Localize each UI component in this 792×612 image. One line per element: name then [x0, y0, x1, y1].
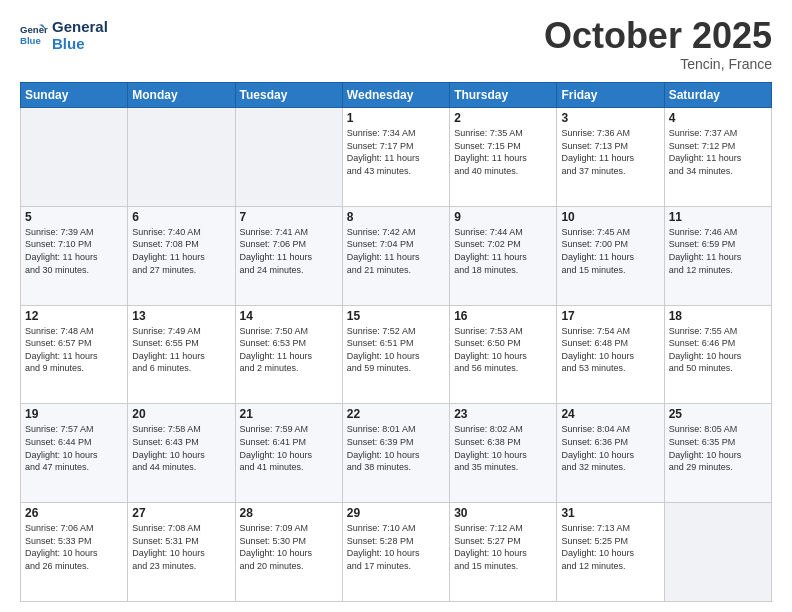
- month-title: October 2025: [544, 18, 772, 54]
- day-number: 30: [454, 506, 552, 520]
- table-cell: [21, 108, 128, 207]
- logo-blue: Blue: [52, 35, 108, 52]
- day-info: Sunrise: 7:41 AM Sunset: 7:06 PM Dayligh…: [240, 226, 338, 276]
- day-info: Sunrise: 7:46 AM Sunset: 6:59 PM Dayligh…: [669, 226, 767, 276]
- header-friday: Friday: [557, 83, 664, 108]
- table-cell: 30Sunrise: 7:12 AM Sunset: 5:27 PM Dayli…: [450, 503, 557, 602]
- day-info: Sunrise: 7:10 AM Sunset: 5:28 PM Dayligh…: [347, 522, 445, 572]
- day-info: Sunrise: 7:42 AM Sunset: 7:04 PM Dayligh…: [347, 226, 445, 276]
- day-info: Sunrise: 7:48 AM Sunset: 6:57 PM Dayligh…: [25, 325, 123, 375]
- table-cell: 15Sunrise: 7:52 AM Sunset: 6:51 PM Dayli…: [342, 305, 449, 404]
- table-cell: 21Sunrise: 7:59 AM Sunset: 6:41 PM Dayli…: [235, 404, 342, 503]
- svg-text:Blue: Blue: [20, 35, 41, 46]
- table-cell: 29Sunrise: 7:10 AM Sunset: 5:28 PM Dayli…: [342, 503, 449, 602]
- day-info: Sunrise: 7:08 AM Sunset: 5:31 PM Dayligh…: [132, 522, 230, 572]
- day-number: 24: [561, 407, 659, 421]
- day-number: 10: [561, 210, 659, 224]
- day-number: 1: [347, 111, 445, 125]
- day-info: Sunrise: 8:01 AM Sunset: 6:39 PM Dayligh…: [347, 423, 445, 473]
- day-number: 11: [669, 210, 767, 224]
- week-row-2: 12Sunrise: 7:48 AM Sunset: 6:57 PM Dayli…: [21, 305, 772, 404]
- table-cell: 19Sunrise: 7:57 AM Sunset: 6:44 PM Dayli…: [21, 404, 128, 503]
- table-cell: [235, 108, 342, 207]
- day-number: 28: [240, 506, 338, 520]
- day-number: 9: [454, 210, 552, 224]
- day-number: 8: [347, 210, 445, 224]
- table-cell: [664, 503, 771, 602]
- logo: General Blue General Blue: [20, 18, 108, 53]
- header-monday: Monday: [128, 83, 235, 108]
- day-info: Sunrise: 7:58 AM Sunset: 6:43 PM Dayligh…: [132, 423, 230, 473]
- table-cell: 10Sunrise: 7:45 AM Sunset: 7:00 PM Dayli…: [557, 206, 664, 305]
- day-number: 27: [132, 506, 230, 520]
- table-cell: 28Sunrise: 7:09 AM Sunset: 5:30 PM Dayli…: [235, 503, 342, 602]
- table-cell: 16Sunrise: 7:53 AM Sunset: 6:50 PM Dayli…: [450, 305, 557, 404]
- table-cell: 9Sunrise: 7:44 AM Sunset: 7:02 PM Daylig…: [450, 206, 557, 305]
- day-info: Sunrise: 8:04 AM Sunset: 6:36 PM Dayligh…: [561, 423, 659, 473]
- day-number: 6: [132, 210, 230, 224]
- header-wednesday: Wednesday: [342, 83, 449, 108]
- table-cell: 25Sunrise: 8:05 AM Sunset: 6:35 PM Dayli…: [664, 404, 771, 503]
- table-cell: [128, 108, 235, 207]
- page: General Blue General Blue October 2025 T…: [0, 0, 792, 612]
- table-cell: 13Sunrise: 7:49 AM Sunset: 6:55 PM Dayli…: [128, 305, 235, 404]
- day-info: Sunrise: 8:05 AM Sunset: 6:35 PM Dayligh…: [669, 423, 767, 473]
- day-number: 19: [25, 407, 123, 421]
- day-info: Sunrise: 7:52 AM Sunset: 6:51 PM Dayligh…: [347, 325, 445, 375]
- day-number: 3: [561, 111, 659, 125]
- day-info: Sunrise: 7:45 AM Sunset: 7:00 PM Dayligh…: [561, 226, 659, 276]
- day-number: 16: [454, 309, 552, 323]
- table-cell: 8Sunrise: 7:42 AM Sunset: 7:04 PM Daylig…: [342, 206, 449, 305]
- day-info: Sunrise: 7:55 AM Sunset: 6:46 PM Dayligh…: [669, 325, 767, 375]
- day-info: Sunrise: 7:50 AM Sunset: 6:53 PM Dayligh…: [240, 325, 338, 375]
- day-number: 15: [347, 309, 445, 323]
- day-info: Sunrise: 8:02 AM Sunset: 6:38 PM Dayligh…: [454, 423, 552, 473]
- day-number: 14: [240, 309, 338, 323]
- day-info: Sunrise: 7:40 AM Sunset: 7:08 PM Dayligh…: [132, 226, 230, 276]
- location: Tencin, France: [544, 56, 772, 72]
- header-sunday: Sunday: [21, 83, 128, 108]
- day-number: 7: [240, 210, 338, 224]
- day-number: 29: [347, 506, 445, 520]
- table-cell: 5Sunrise: 7:39 AM Sunset: 7:10 PM Daylig…: [21, 206, 128, 305]
- title-block: October 2025 Tencin, France: [544, 18, 772, 72]
- day-info: Sunrise: 7:35 AM Sunset: 7:15 PM Dayligh…: [454, 127, 552, 177]
- table-cell: 14Sunrise: 7:50 AM Sunset: 6:53 PM Dayli…: [235, 305, 342, 404]
- week-row-3: 19Sunrise: 7:57 AM Sunset: 6:44 PM Dayli…: [21, 404, 772, 503]
- logo-general: General: [52, 18, 108, 35]
- header-tuesday: Tuesday: [235, 83, 342, 108]
- table-cell: 11Sunrise: 7:46 AM Sunset: 6:59 PM Dayli…: [664, 206, 771, 305]
- day-number: 17: [561, 309, 659, 323]
- day-number: 21: [240, 407, 338, 421]
- table-cell: 7Sunrise: 7:41 AM Sunset: 7:06 PM Daylig…: [235, 206, 342, 305]
- day-number: 2: [454, 111, 552, 125]
- logo-icon: General Blue: [20, 21, 48, 49]
- week-row-1: 5Sunrise: 7:39 AM Sunset: 7:10 PM Daylig…: [21, 206, 772, 305]
- day-number: 23: [454, 407, 552, 421]
- day-number: 13: [132, 309, 230, 323]
- day-info: Sunrise: 7:36 AM Sunset: 7:13 PM Dayligh…: [561, 127, 659, 177]
- table-cell: 6Sunrise: 7:40 AM Sunset: 7:08 PM Daylig…: [128, 206, 235, 305]
- day-info: Sunrise: 7:06 AM Sunset: 5:33 PM Dayligh…: [25, 522, 123, 572]
- day-number: 4: [669, 111, 767, 125]
- day-info: Sunrise: 7:44 AM Sunset: 7:02 PM Dayligh…: [454, 226, 552, 276]
- day-number: 12: [25, 309, 123, 323]
- day-info: Sunrise: 7:12 AM Sunset: 5:27 PM Dayligh…: [454, 522, 552, 572]
- header: General Blue General Blue October 2025 T…: [20, 18, 772, 72]
- table-cell: 17Sunrise: 7:54 AM Sunset: 6:48 PM Dayli…: [557, 305, 664, 404]
- svg-text:General: General: [20, 25, 48, 36]
- header-saturday: Saturday: [664, 83, 771, 108]
- table-cell: 1Sunrise: 7:34 AM Sunset: 7:17 PM Daylig…: [342, 108, 449, 207]
- table-cell: 2Sunrise: 7:35 AM Sunset: 7:15 PM Daylig…: [450, 108, 557, 207]
- day-info: Sunrise: 7:59 AM Sunset: 6:41 PM Dayligh…: [240, 423, 338, 473]
- table-cell: 22Sunrise: 8:01 AM Sunset: 6:39 PM Dayli…: [342, 404, 449, 503]
- day-number: 26: [25, 506, 123, 520]
- table-cell: 12Sunrise: 7:48 AM Sunset: 6:57 PM Dayli…: [21, 305, 128, 404]
- table-cell: 31Sunrise: 7:13 AM Sunset: 5:25 PM Dayli…: [557, 503, 664, 602]
- table-cell: 3Sunrise: 7:36 AM Sunset: 7:13 PM Daylig…: [557, 108, 664, 207]
- day-info: Sunrise: 7:54 AM Sunset: 6:48 PM Dayligh…: [561, 325, 659, 375]
- day-number: 22: [347, 407, 445, 421]
- day-number: 25: [669, 407, 767, 421]
- table-cell: 4Sunrise: 7:37 AM Sunset: 7:12 PM Daylig…: [664, 108, 771, 207]
- day-info: Sunrise: 7:34 AM Sunset: 7:17 PM Dayligh…: [347, 127, 445, 177]
